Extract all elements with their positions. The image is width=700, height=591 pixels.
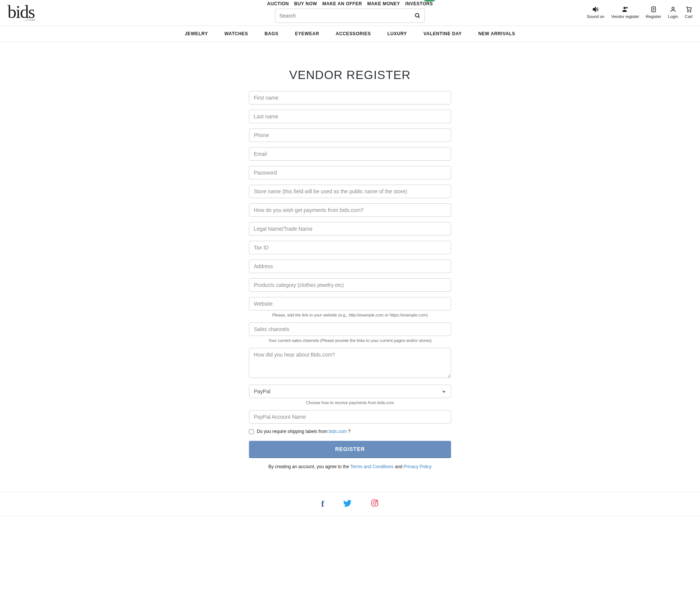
nav-make-money[interactable]: MAKE MONEY <box>367 1 400 6</box>
nav-new-arrivals[interactable]: NEW ARRIVALS <box>478 31 515 36</box>
svg-point-11 <box>687 11 688 12</box>
logo[interactable]: bids .com <box>7 3 34 21</box>
login-link[interactable]: Login <box>668 6 678 19</box>
nav-investors[interactable]: INVESTORS NEW <box>405 1 433 6</box>
store-name-field[interactable] <box>249 185 451 198</box>
terms-pre: By creating an account, you agree to the <box>268 464 350 469</box>
nav-watches[interactable]: WATCHES <box>225 31 248 36</box>
svg-point-0 <box>416 13 419 17</box>
nav-luxury[interactable]: LUXURY <box>387 31 407 36</box>
privacy-link[interactable]: Privacy Policy <box>404 464 432 469</box>
vendor-register-link[interactable]: + Vendor register <box>611 6 639 19</box>
search-icon <box>415 13 421 19</box>
payments-field[interactable] <box>249 203 451 217</box>
paypal-account-field[interactable] <box>249 410 451 424</box>
nav-valentine[interactable]: VALENTINE DAY <box>423 31 462 36</box>
shipping-labels-link[interactable]: bids.com <box>329 429 347 434</box>
cart-label: Cart <box>685 14 693 19</box>
shipping-labels-row: Do you require shipping labels from bids… <box>249 429 451 434</box>
address-field[interactable] <box>249 260 451 273</box>
terms-mid: and <box>394 464 404 469</box>
shipping-labels-label: Do you require shipping labels from bids… <box>257 429 350 434</box>
tax-id-field[interactable] <box>249 241 451 254</box>
sound-label: Sound on <box>587 14 605 19</box>
first-name-field[interactable] <box>249 91 451 104</box>
logo-subtext: .com <box>25 17 35 22</box>
payment-method-select[interactable]: PayPal <box>249 385 451 398</box>
top-center: AUCTION BUY NOW MAKE AN OFFER MAKE MONEY… <box>267 1 433 23</box>
register-button[interactable]: REGISTER <box>249 441 451 457</box>
password-field[interactable] <box>249 166 451 179</box>
vendor-register-label: Vendor register <box>611 14 639 19</box>
header: bids .com AUCTION BUY NOW MAKE AN OFFER … <box>0 0 700 21</box>
svg-point-14 <box>373 501 376 504</box>
svg-point-3 <box>624 7 626 9</box>
svg-point-10 <box>672 7 674 9</box>
nav-jewelry[interactable]: JEWELRY <box>185 31 208 36</box>
shipping-labels-post: ? <box>347 429 350 434</box>
nav-make-offer[interactable]: MAKE AN OFFER <box>322 1 362 6</box>
search-wrap <box>275 9 425 23</box>
svg-marker-2 <box>593 7 596 12</box>
svg-text:+: + <box>626 7 627 9</box>
svg-line-1 <box>419 16 420 18</box>
svg-point-15 <box>376 501 377 501</box>
svg-point-12 <box>690 11 691 12</box>
website-help: Please, add the link to your website (e.… <box>249 313 451 317</box>
nav-bags[interactable]: BAGS <box>265 31 279 36</box>
cart-link[interactable]: Cart <box>685 6 693 19</box>
nav-buy-now[interactable]: BUY NOW <box>294 1 317 6</box>
how-hear-field[interactable] <box>249 348 451 378</box>
payment-method-help: Choose how to receive payments from bids… <box>249 400 451 405</box>
sound-toggle[interactable]: Sound on <box>587 6 605 19</box>
terms-text: By creating an account, you agree to the… <box>249 464 451 469</box>
nav-investors-label: INVESTORS <box>405 1 433 6</box>
shipping-labels-checkbox[interactable] <box>249 429 254 434</box>
cart-icon <box>685 6 693 13</box>
shipping-labels-pre: Do you require shipping labels from <box>257 429 329 434</box>
terms-link[interactable]: Terms and Conditions <box>350 464 394 469</box>
phone-field[interactable] <box>249 128 451 142</box>
sales-channels-field[interactable] <box>249 322 451 336</box>
vendor-register-icon: + <box>622 6 629 13</box>
nav-accessories[interactable]: ACCESSORIES <box>336 31 371 36</box>
nav-eyewear[interactable]: EYEWEAR <box>295 31 319 36</box>
register-icon <box>650 6 657 13</box>
last-name-field[interactable] <box>249 110 451 123</box>
facebook-icon[interactable]: f <box>321 499 324 509</box>
twitter-icon[interactable] <box>343 499 352 509</box>
login-label: Login <box>668 14 678 19</box>
instagram-icon[interactable] <box>371 499 379 509</box>
website-field[interactable] <box>249 297 451 310</box>
register-link[interactable]: Register <box>646 6 661 19</box>
top-right: Sound on + Vendor register Register Logi… <box>587 6 693 19</box>
main-nav: JEWELRY WATCHES BAGS EYEWEAR ACCESSORIES… <box>0 25 700 42</box>
user-icon <box>670 6 676 13</box>
search-button[interactable] <box>415 13 421 19</box>
footer: f <box>0 492 700 516</box>
legal-name-field[interactable] <box>249 222 451 236</box>
badge-new: NEW <box>424 0 435 1</box>
sales-channels-help: Your current sales channels (Please prov… <box>249 338 451 343</box>
page-title: VENDOR REGISTER <box>249 68 451 82</box>
register-label: Register <box>646 14 661 19</box>
email-field[interactable] <box>249 147 451 161</box>
main-content: VENDOR REGISTER Please, add the link to … <box>245 68 455 469</box>
nav-auction[interactable]: AUCTION <box>267 1 289 6</box>
search-input[interactable] <box>279 13 415 19</box>
sound-icon <box>592 6 599 13</box>
products-category-field[interactable] <box>249 278 451 292</box>
top-links: AUCTION BUY NOW MAKE AN OFFER MAKE MONEY… <box>267 1 433 6</box>
